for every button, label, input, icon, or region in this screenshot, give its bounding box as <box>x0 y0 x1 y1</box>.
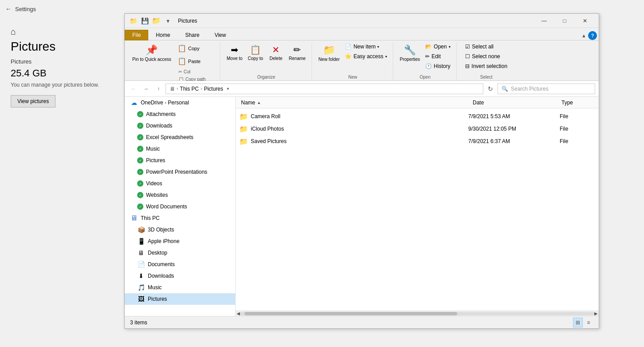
address-path[interactable]: 🖥 › This PC › Pictures ▾ <box>166 84 483 94</box>
ribbon-collapse-button[interactable]: ▲ <box>581 33 586 38</box>
file-date: 9/30/2021 12:05 PM <box>468 126 557 132</box>
hscroll-track <box>240 312 594 315</box>
properties-button[interactable]: 🔧 Properties <box>398 42 423 72</box>
sidebar-item-apple-iphone[interactable]: 📱Apple iPhone <box>125 235 235 247</box>
forward-button[interactable]: → <box>141 84 151 94</box>
invert-selection-button[interactable]: ⊟Invert selection <box>463 62 510 71</box>
green-dot-icon <box>137 192 143 198</box>
search-box[interactable]: 🔍 Search Pictures <box>498 84 595 94</box>
delete-button[interactable]: ✕ Delete <box>266 42 286 63</box>
select-group: ☑Select all ☐Select none ⊟Invert selecti… <box>458 42 515 80</box>
table-row[interactable]: 📁 Camera Roll 7/9/2021 5:53 AM File <box>236 110 599 123</box>
table-row[interactable]: 📁 Saved Pictures 7/9/2021 6:37 AM File <box>236 135 599 148</box>
status-bar: 3 items ⊞ ≡ <box>125 316 599 328</box>
minimize-button[interactable]: — <box>534 14 554 28</box>
green-dot-icon <box>137 157 143 164</box>
file-items: 📁 Camera Roll 7/9/2021 5:53 AM File 📁 iC… <box>236 110 599 148</box>
sidebar-item-word-documents[interactable]: Word Documents <box>125 201 235 212</box>
scroll-left-button[interactable]: ◀ <box>237 311 240 316</box>
grid-view-button[interactable]: ⊞ <box>573 318 583 327</box>
file-name: Camera Roll <box>251 113 466 120</box>
back-button[interactable]: ← <box>128 84 139 94</box>
refresh-button[interactable]: ↻ <box>485 84 496 94</box>
sidebar-item-downloads[interactable]: Downloads <box>125 120 235 132</box>
address-dropdown[interactable]: ▾ <box>225 86 231 91</box>
select-none-button[interactable]: ☐Select none <box>463 52 510 61</box>
copy-button[interactable]: 📋 Copy <box>174 42 216 54</box>
item-icon: 📦 <box>137 226 145 233</box>
select-all-button[interactable]: ☑Select all <box>463 42 510 51</box>
copy-to-button[interactable]: 📋 Copy to <box>245 42 265 63</box>
file-list: Name ▲ Date Type 📁 Camera Roll 7/9/2021 … <box>236 97 599 316</box>
title-bar: 📁 💾 📁 ▾ Pictures — □ ✕ <box>125 14 599 28</box>
tab-view[interactable]: View <box>207 30 233 40</box>
settings-app-title: Settings <box>15 6 36 12</box>
easy-access-button[interactable]: ⭐Easy access▾ <box>343 52 389 61</box>
maximize-button[interactable]: □ <box>554 14 575 28</box>
folder-nav-icon: 📁 <box>128 16 138 26</box>
sidebar-item-videos[interactable]: Videos <box>125 178 235 189</box>
organize-label: Organize <box>257 75 275 80</box>
sidebar-item-attachments[interactable]: Attachments <box>125 108 235 120</box>
col-header-type[interactable]: Type <box>560 100 595 106</box>
sidebar-item-powerpoint-presentations[interactable]: PowerPoint Presentations <box>125 166 235 178</box>
pin-to-quick-access-button[interactable]: 📌 Pin to Quick access <box>130 42 174 72</box>
sidebar-item-3d-objects[interactable]: 📦3D Objects <box>125 224 235 235</box>
move-to-button[interactable]: ➡ Move to <box>225 42 245 63</box>
settings-page-title: Pictures <box>11 40 114 54</box>
paste-button[interactable]: 📋 Paste <box>174 55 216 67</box>
sidebar-item-downloads[interactable]: ⬇Downloads <box>125 270 235 282</box>
explorer-body: ☁ OneDrive - Personal AttachmentsDownloa… <box>125 97 599 316</box>
ribbon: File Home Share View ▲ ? 📌 Pin to Quick … <box>125 28 599 81</box>
new-item-button[interactable]: 📄New item▾ <box>343 42 389 51</box>
file-name: Saved Pictures <box>251 138 466 144</box>
history-button[interactable]: 🕐History <box>423 62 452 71</box>
sidebar-item-music[interactable]: Music <box>125 143 235 155</box>
sidebar-item-excel-spreadsheets[interactable]: Excel Spreadsheets <box>125 132 235 143</box>
ribbon-tabs: File Home Share View ▲ ? <box>125 28 599 40</box>
sidebar-item-pictures[interactable]: 🖼Pictures <box>125 293 235 305</box>
search-placeholder: Search Pictures <box>511 86 549 92</box>
sidebar-item-pictures[interactable]: Pictures <box>125 155 235 166</box>
help-button[interactable]: ? <box>588 31 597 40</box>
scroll-right-button[interactable]: ▶ <box>594 311 598 316</box>
horizontal-scrollbar[interactable]: ◀ ▶ <box>236 311 599 316</box>
open-label: Open <box>420 75 431 80</box>
table-row[interactable]: 📁 iCloud Photos 9/30/2021 12:05 PM File <box>236 123 599 135</box>
status-views: ⊞ ≡ <box>573 318 593 327</box>
settings-content: ⌂ Pictures Pictures 25.4 GB You can mana… <box>0 18 124 347</box>
settings-titlebar: ← Settings <box>0 0 124 18</box>
col-header-date[interactable]: Date <box>471 100 560 106</box>
list-view-button[interactable]: ≡ <box>584 318 593 327</box>
view-pictures-button[interactable]: View pictures <box>11 95 55 108</box>
save-icon: 💾 <box>140 16 150 26</box>
up-button[interactable]: ↑ <box>153 84 164 94</box>
tab-share[interactable]: Share <box>178 30 207 40</box>
path-this-pc: This PC <box>180 86 199 92</box>
sidebar-item-onedrive[interactable]: ☁ OneDrive - Personal <box>125 97 235 108</box>
hscroll-thumb <box>245 312 457 315</box>
col-header-name[interactable]: Name ▲ <box>239 100 471 106</box>
new-group: 📁 New folder 📄New item▾ ⭐Easy access▾ Ne… <box>313 42 393 80</box>
open-button[interactable]: 📂Open▾ <box>423 42 452 51</box>
edit-button[interactable]: ✏Edit <box>423 52 452 61</box>
tab-file[interactable]: File <box>125 30 148 40</box>
settings-back-button[interactable]: ← <box>5 5 12 12</box>
item-icon: 🎵 <box>137 284 145 291</box>
close-button[interactable]: ✕ <box>575 14 595 28</box>
organize-group: ➡ Move to 📋 Copy to ✕ Delete ✏ Rename <box>221 42 312 80</box>
search-icon: 🔍 <box>502 86 508 92</box>
sidebar-item-documents[interactable]: 📄Documents <box>125 259 235 270</box>
sidebar-item-thispc[interactable]: 🖥 This PC <box>125 212 235 224</box>
rename-button[interactable]: ✏ Rename <box>287 42 308 63</box>
new-items: 📁 New folder 📄New item▾ ⭐Easy access▾ <box>316 42 389 75</box>
sidebar-item-websites[interactable]: Websites <box>125 189 235 201</box>
tab-home[interactable]: Home <box>148 30 178 40</box>
home-icon: ⌂ <box>11 27 114 37</box>
sidebar-item-desktop[interactable]: 🖥Desktop <box>125 247 235 259</box>
cut-button[interactable]: ✂Cut <box>176 68 216 76</box>
sidebar-item-music[interactable]: 🎵Music <box>125 282 235 293</box>
file-date: 7/9/2021 6:37 AM <box>468 138 557 144</box>
new-folder-button[interactable]: 📁 New folder <box>316 42 342 72</box>
explorer-window: 📁 💾 📁 ▾ Pictures — □ ✕ File Home Share V… <box>124 13 599 329</box>
